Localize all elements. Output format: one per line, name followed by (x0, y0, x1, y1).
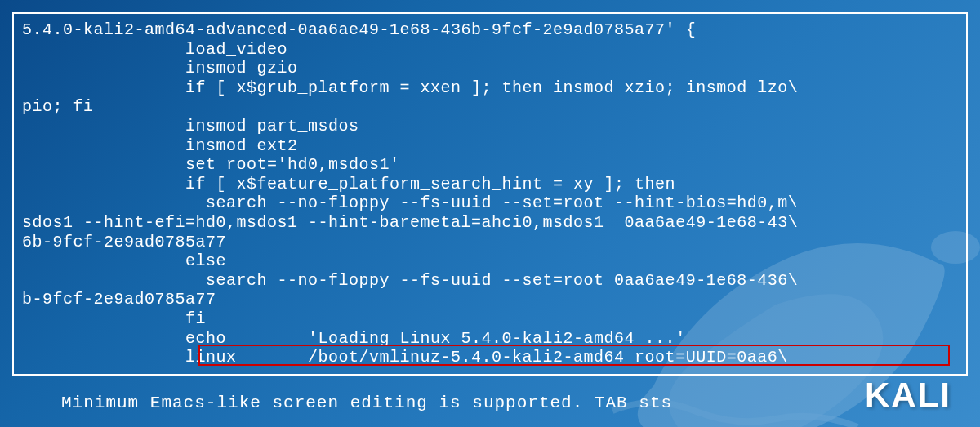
grub-code-line: sdos1 --hint-efi=hd0,msdos1 --hint-barem… (22, 213, 958, 233)
grub-code-line: if [ x$grub_platform = xxen ]; then insm… (22, 78, 958, 98)
grub-code-line: insmod gzio (22, 59, 958, 78)
grub-code-line: 6b-9fcf-2e9ad0785a77 (22, 233, 958, 252)
grub-code-line: else (22, 251, 958, 271)
grub-editor-box[interactable]: 5.4.0-kali2-amd64-advanced-0aa6ae49-1e68… (12, 12, 968, 376)
grub-code-line: search --no-floppy --fs-uuid --set=root … (22, 193, 958, 213)
grub-code-line: if [ x$feature_platform_search_hint = xy… (22, 175, 958, 194)
kali-logo-text: KALI (865, 376, 951, 415)
grub-code-line: insmod part_msdos (22, 117, 958, 136)
grub-code-line: search --no-floppy --fs-uuid --set=root … (22, 271, 958, 291)
grub-help-hint: Minimum Emacs-like screen editing is sup… (61, 394, 672, 412)
grub-code-line: fi (22, 309, 958, 329)
grub-code-line: echo 'Loading Linux 5.4.0-kali2-amd64 ..… (22, 329, 958, 349)
grub-code-line: 5.4.0-kali2-amd64-advanced-0aa6ae49-1e68… (22, 20, 958, 40)
grub-code-line: set root='hd0,msdos1' (22, 155, 958, 175)
grub-highlighted-line: linux /boot/vmlinuz-5.4.0-kali2-amd64 ro… (22, 348, 958, 367)
grub-code-line: insmod ext2 (22, 136, 958, 156)
grub-code-line: b-9fcf-2e9ad0785a77 (22, 290, 958, 309)
grub-code-line: pio; fi (22, 97, 958, 117)
grub-code-line: load_video (22, 40, 958, 60)
